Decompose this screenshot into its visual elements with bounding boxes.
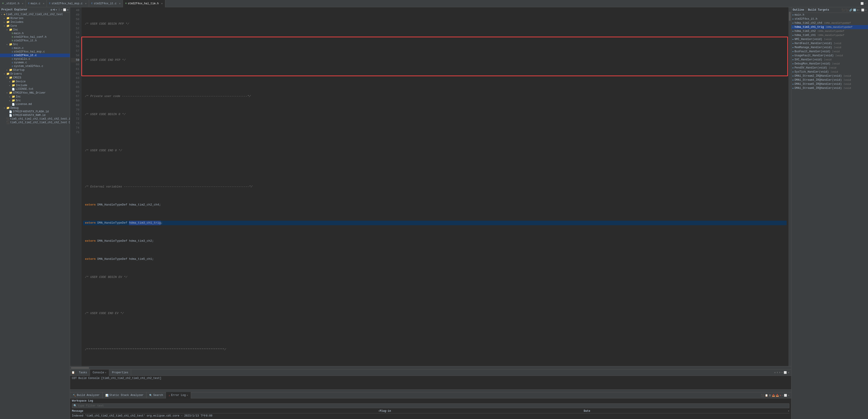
tree-item-src[interactable]: ▾ 📁 Src <box>0 42 70 47</box>
filter-icon[interactable]: ▾ <box>56 8 57 11</box>
maximize-panel-icon[interactable]: ⬜ <box>63 8 66 11</box>
bottom-close[interactable]: ✕ <box>788 371 789 374</box>
tree-item-it-h[interactable]: h stm32f4xx_it.h <box>0 39 70 42</box>
outline-item-systick[interactable]: ● SysTick_Handler(void) : void <box>792 70 868 74</box>
outline-item-hdma-tim3-trig[interactable]: ● hdma_tim3_ch1_trig : DMA_HandleTypeDef <box>792 25 868 29</box>
tree-item-project-root[interactable]: ▾ ◈ tim5_ch1_tim2_ch2_tim3_ch1_ch2_test <box>0 12 70 16</box>
outline-item-debugmon[interactable]: ● DebugMon_Handler(void) : void <box>792 62 868 66</box>
outline-item-busfault[interactable]: ● BusFault_Handler(void) : void <box>792 50 868 54</box>
tree-item-debug[interactable]: ▾ 📁 Debug <box>0 106 70 110</box>
tree-item-hal-driver[interactable]: ▾ 📁 STM32F4xx_HAL_Driver <box>0 91 70 95</box>
bottom-icon2[interactable]: ⬆ <box>777 371 778 374</box>
tab-stdint[interactable]: H _stdint.h ✕ <box>0 0 26 7</box>
tree-item-drivers[interactable]: ▾ 📁 Drivers <box>0 72 70 76</box>
error-log-icon2[interactable]: 📋 <box>765 394 768 397</box>
tab-search[interactable]: 🔍 Search <box>147 392 166 398</box>
outline-icon2[interactable]: ⬛ <box>845 8 848 11</box>
tree-item-debug-entry[interactable]: ⬛ tim5_ch1_tim2_ch2_tim3_ch1_ch2_test De… <box>0 121 70 124</box>
outline-maximize[interactable]: ⬜ <box>861 8 864 11</box>
outline-item-dma1-stream6[interactable]: ● DMA1_Stream6_IRQHandler(void) : void <box>792 86 868 90</box>
link-editor-icon[interactable]: ⟲ <box>53 8 55 11</box>
panel-menu-icon[interactable]: ⋮ <box>58 8 60 11</box>
tab-console[interactable]: Console ✕ <box>90 369 109 376</box>
error-log-maximize[interactable]: ⬜ <box>784 394 787 397</box>
tree-item-hal-conf-h[interactable]: h stm32f4xx_hal_conf.h <box>0 35 70 39</box>
tree-item-sysmem-c[interactable]: c sysmem.c <box>0 61 70 64</box>
bottom-minimize[interactable]: — <box>781 371 783 374</box>
bottom-icon3[interactable]: ⬇ <box>779 371 780 374</box>
outline-item-hardfault[interactable]: ● HardFault_Handler(void) : void <box>792 41 868 46</box>
outline-minimize[interactable]: — <box>859 8 861 11</box>
outline-item-hdma-tim3-ch2[interactable]: ● hdma_tim3_ch2 : DMA_HandleTypeDef <box>792 29 868 33</box>
filter-box[interactable]: 🔍 type filter text <box>72 403 789 408</box>
editor-scrollbar[interactable] <box>788 7 791 366</box>
collapse-all-icon[interactable]: ⊟ <box>51 8 53 11</box>
tree-item-binaries[interactable]: ▸ 📁 Binaries <box>0 16 70 20</box>
tree-item-ram-ld[interactable]: 📄 STM32F405VGTX_RAM.ld <box>0 114 70 117</box>
outline-item-usagefault[interactable]: ● UsageFault_Handler(void) : void <box>792 54 868 58</box>
outline-item-dma1-stream5[interactable]: ● DMA1_Stream5_IRQHandler(void) : void <box>792 82 868 86</box>
outline-item-memmanage[interactable]: ● MemManage_Handler(void) : void <box>792 46 868 50</box>
error-log-icon1[interactable]: ⬛ <box>761 394 764 397</box>
tab-build-analyzer[interactable]: 🔨 Build Analyzer <box>70 392 103 398</box>
tab-static-stack[interactable]: 📊 Static Stack Analyzer <box>103 392 147 398</box>
log-entry[interactable]: Indexed 'tim5_ch1_tim2_ch2_tim3_ch1_ch2_… <box>72 413 789 418</box>
outline-item-dma1-stream4[interactable]: ● DMA1_Stream4_IRQHandler(void) : void <box>792 78 868 82</box>
close-panel-icon[interactable]: ✕ <box>67 8 68 11</box>
tree-item-inc[interactable]: ▾ 📁 Inc <box>0 28 70 32</box>
tree-item-cmsis[interactable]: ▾ 📁 CMSIS <box>0 76 70 80</box>
tree-item-license-txt[interactable]: 📄 LICENSE.txt <box>0 87 70 91</box>
error-log-icon3[interactable]: 🗑 <box>769 394 771 397</box>
error-log-icon5[interactable]: 📥 <box>776 394 779 397</box>
tree-item-hal-msp-c[interactable]: c stm32f4xx_hal_msp.c <box>0 50 70 54</box>
outline-item-main-h[interactable]: ● main.h <box>792 13 868 17</box>
console-scrollbar[interactable] <box>70 389 791 392</box>
outline-item-nmi[interactable]: ● NMI_Handler(void) : void <box>792 37 868 41</box>
tree-item-license-md[interactable]: 📄 License.md <box>0 102 70 106</box>
tree-item-hal-src[interactable]: ▸ 📁 Src <box>0 98 70 102</box>
outline-icon4[interactable]: 🔤 <box>853 8 856 11</box>
tab-hal-tim[interactable]: H stm32f4xx_hal_tim.h ✕ <box>123 0 165 7</box>
tree-item-main-c[interactable]: c main.c <box>0 47 70 50</box>
outline-item-hdma-tim2[interactable]: ● hdma_tim2_ch2_ch4 : DMA_HandleTypeDef <box>792 21 868 25</box>
outline-item-svc[interactable]: ● SVC_Handler(void) : void <box>792 58 868 62</box>
error-log-minimize[interactable]: — <box>782 394 783 397</box>
tree-item-core[interactable]: ▾ 📁 Core <box>0 24 70 28</box>
tab-error-log[interactable]: ⚠ Error Log ✕ <box>166 392 191 398</box>
bottom-clear-icon[interactable]: ✕ <box>774 371 776 374</box>
outline-item-dma1-stream2[interactable]: ● DMA1_Stream2_IRQHandler(void) : void <box>792 74 868 78</box>
tab-it-c[interactable]: C stm32f4xx_it.c ✕ <box>89 0 123 7</box>
tab-properties[interactable]: Properties <box>109 369 131 376</box>
outline-icon1[interactable]: ⬛ <box>842 8 845 11</box>
outline-icon3[interactable]: 🔗 <box>849 8 852 11</box>
error-log-icon4[interactable]: 📤 <box>772 394 775 397</box>
minimize-panel-icon[interactable]: — <box>61 8 63 11</box>
tree-item-syscalls-c[interactable]: c syscalls.c <box>0 57 70 61</box>
tree-item-startup[interactable]: ▸ 📁 Startup <box>0 68 70 72</box>
tree-item-includes[interactable]: ▸ 📁 Includes <box>0 20 70 24</box>
tree-item-main-h[interactable]: h main.h <box>0 32 70 35</box>
tab-hal-msp[interactable]: C stm32f4xx_hal_msp.c ✕ <box>47 0 89 7</box>
outline-item-hdma-tim5[interactable]: ● hdma_tim5_ch1 : DMA_HandleTypeDef <box>792 33 868 37</box>
outline-item-stm32-it-h[interactable]: ● stm32f4xx_it.h <box>792 17 868 21</box>
error-log-close[interactable]: ✕ <box>788 394 789 397</box>
outline-close[interactable]: ✕ <box>865 8 867 11</box>
tree-item-ioc[interactable]: ⬛ tim5_ch1_tim2_ch2_tim3_ch1_ch2_test.io… <box>0 117 70 121</box>
tree-item-device[interactable]: ▸ 📁 Device <box>0 80 70 84</box>
tree-item-hal-inc[interactable]: ▸ 📁 Inc <box>0 95 70 98</box>
editor-area[interactable]: 48 49 50 51 52 53 54 55 56 57 58 59 60 6… <box>70 7 791 366</box>
bottom-maximize[interactable]: ⬜ <box>784 371 787 374</box>
error-log-icon6[interactable]: ✕ <box>780 394 781 397</box>
tab-tasks[interactable]: Tasks <box>76 369 90 376</box>
tree-item-flash-ld[interactable]: 📄 STM32F405VGTX_FLASH.ld <box>0 110 70 114</box>
tab-main-c[interactable]: C main.c ✕ <box>26 0 47 7</box>
editor-minimize[interactable]: — <box>865 2 866 5</box>
tree-item-include[interactable]: ▸ 📁 Include <box>0 84 70 87</box>
tree-item-system-c[interactable]: c system_stm32f4xx.c <box>0 64 70 68</box>
outline-item-pendsv[interactable]: ● PendSV_Handler(void) : void <box>792 66 868 70</box>
editor-maximize[interactable]: ⬜ <box>861 2 864 5</box>
horizontal-scrollbar[interactable] <box>70 366 791 369</box>
code-content[interactable]: /* USER CODE BEGIN PFP */ /* USER CODE E… <box>81 7 788 366</box>
outline-icon5[interactable]: ⚙ <box>857 8 859 11</box>
tree-item-it-c[interactable]: c stm32f4xx_it.c <box>0 54 70 57</box>
